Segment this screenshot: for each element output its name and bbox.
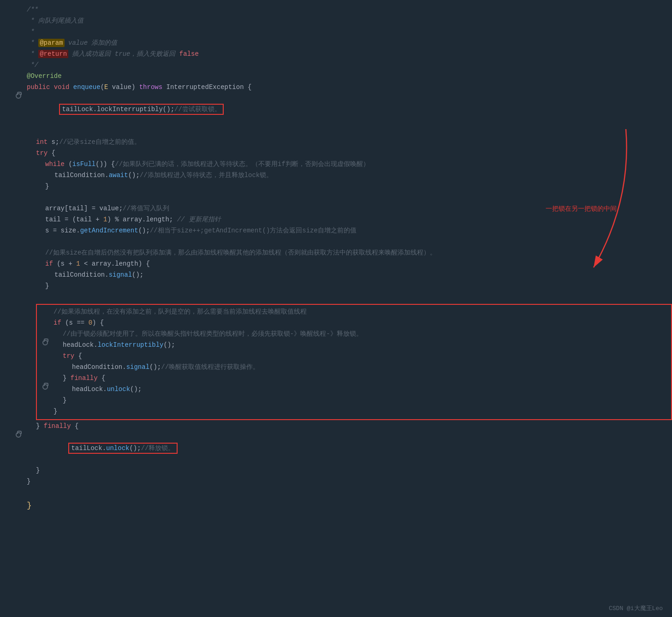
code-line: if (s == 0) { — [41, 318, 667, 329]
code-line — [14, 192, 672, 203]
code-line: while (isFull()) {//如果队列已满的话，添加线程进入等待状态。… — [14, 159, 672, 170]
code-line — [14, 237, 672, 248]
code-line: tailCondition.await();//添加线程进入等待状态，并且释放l… — [14, 170, 672, 181]
code-line: } — [14, 476, 672, 487]
code-line — [14, 292, 672, 303]
code-line: } — [14, 281, 672, 292]
code-editor: /** * 向队列尾插入值 * * @param value 添加的值 * @r… — [0, 0, 672, 517]
code-line: * @return 插入成功返回 true，插入失败返回 false — [14, 49, 672, 60]
code-line: tailLock.unlock();//释放锁。 — [14, 432, 672, 465]
code-line: //如果size在自增后仍然没有把队列添加满，那么由添加线程唤醒其他的添加线程（… — [14, 248, 672, 259]
code-line: headLock.lockInterruptibly(); — [41, 340, 667, 351]
code-line: //如果添加线程，在没有添加之前，队列是空的，那么需要当前添加线程去唤醒取值线程 — [41, 307, 667, 318]
code-line: int s;//记录size自增之前的值。 — [14, 137, 672, 148]
code-line: public void enqueue(E value) throws Inte… — [14, 82, 672, 93]
code-line: if (s + 1 < array.length) { — [14, 259, 672, 270]
code-line: /** — [14, 5, 672, 16]
code-line: try { — [41, 351, 667, 362]
code-line: * @param value 添加的值 — [14, 38, 672, 49]
code-line: * — [14, 27, 672, 38]
code-line: } — [14, 498, 672, 513]
annotation-text: 一把锁在另一把锁的中间 — [546, 203, 617, 214]
code-line: } finally { — [41, 373, 667, 384]
code-line: } — [14, 181, 672, 192]
code-line: headLock.unlock(); — [41, 384, 667, 395]
code-line: } — [41, 395, 667, 406]
code-line: s = size.getAndIncrement();//相当于size++;g… — [14, 225, 672, 237]
code-line: } finally { — [14, 421, 672, 432]
code-line: //由于锁必须配对使用了。所以在唤醒头指针线程类型的线程时，必须先获取锁-》唤醒… — [41, 329, 667, 340]
code-line: tail = (tail + 1) % array.length; // 更新尾… — [14, 214, 672, 225]
code-line: } — [14, 465, 672, 476]
code-line: } — [41, 406, 667, 417]
code-line: tailCondition.signal(); — [14, 270, 672, 281]
code-line: * 向队列尾插入值 — [14, 16, 672, 27]
red-box-section: //如果添加线程，在没有添加之前，队列是空的，那么需要当前添加线程去唤醒取值线程… — [36, 304, 672, 420]
code-line — [14, 126, 672, 137]
code-line: headCondition.signal();//唤醒获取值线程进行获取操作。 — [41, 362, 667, 373]
code-line: */ — [14, 60, 672, 71]
code-line: array[tail] = value;//将值写入队列 一把锁在另一把锁的中间 — [14, 203, 672, 214]
code-line — [14, 487, 672, 498]
code-line: tailLock.lockInterruptibly();//尝试获取锁。 — [14, 93, 672, 126]
code-line: @Override — [14, 71, 672, 82]
footer-text: CSDN @i大魔王Leo — [609, 604, 663, 612]
code-line: try { — [14, 148, 672, 159]
